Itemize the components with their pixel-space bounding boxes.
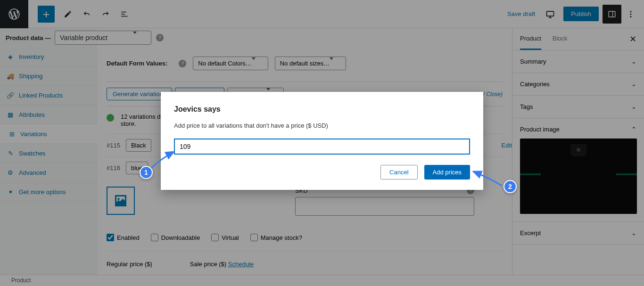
annotation-bubble-2: 2 <box>504 180 517 193</box>
annotation-bubble-1: 1 <box>140 166 153 179</box>
dialog-message: Add price to all variations that don't h… <box>174 122 470 129</box>
cancel-button[interactable]: Cancel <box>380 165 417 180</box>
dialog-input[interactable] <box>174 139 470 155</box>
add-prices-button[interactable]: Add prices <box>424 165 470 180</box>
prompt-dialog: Joevics says Add price to all variations… <box>161 92 483 190</box>
dialog-title: Joevics says <box>174 105 470 114</box>
